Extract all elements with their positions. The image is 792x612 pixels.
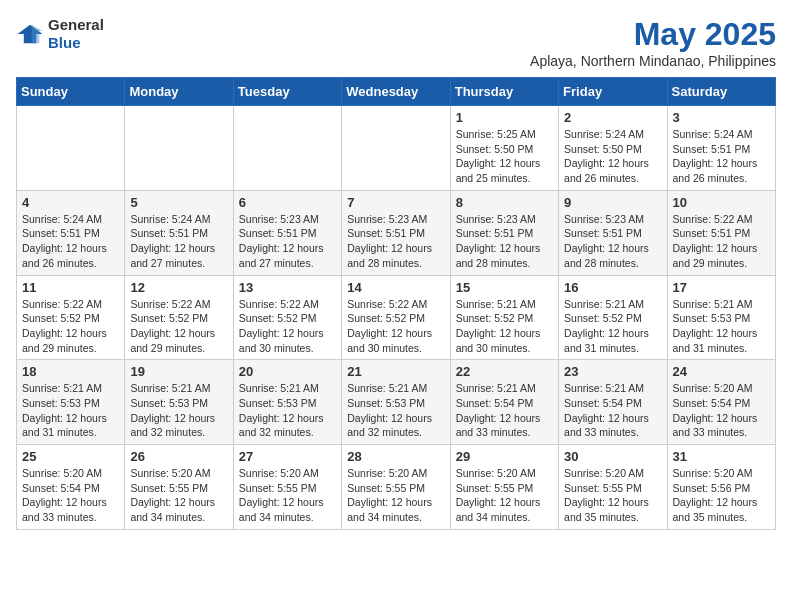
- day-number: 7: [347, 195, 444, 210]
- day-info: Sunrise: 5:22 AM Sunset: 5:52 PM Dayligh…: [347, 297, 444, 356]
- logo-icon: [16, 23, 44, 45]
- calendar-cell: 10Sunrise: 5:22 AM Sunset: 5:51 PM Dayli…: [667, 190, 775, 275]
- day-number: 20: [239, 364, 336, 379]
- day-number: 6: [239, 195, 336, 210]
- calendar-cell: 5Sunrise: 5:24 AM Sunset: 5:51 PM Daylig…: [125, 190, 233, 275]
- day-info: Sunrise: 5:20 AM Sunset: 5:54 PM Dayligh…: [22, 466, 119, 525]
- day-info: Sunrise: 5:25 AM Sunset: 5:50 PM Dayligh…: [456, 127, 553, 186]
- day-info: Sunrise: 5:20 AM Sunset: 5:56 PM Dayligh…: [673, 466, 770, 525]
- day-number: 13: [239, 280, 336, 295]
- day-info: Sunrise: 5:24 AM Sunset: 5:50 PM Dayligh…: [564, 127, 661, 186]
- day-info: Sunrise: 5:23 AM Sunset: 5:51 PM Dayligh…: [564, 212, 661, 271]
- day-number: 14: [347, 280, 444, 295]
- calendar-cell: 4Sunrise: 5:24 AM Sunset: 5:51 PM Daylig…: [17, 190, 125, 275]
- calendar-cell: 24Sunrise: 5:20 AM Sunset: 5:54 PM Dayli…: [667, 360, 775, 445]
- day-info: Sunrise: 5:21 AM Sunset: 5:52 PM Dayligh…: [456, 297, 553, 356]
- calendar-week-2: 4Sunrise: 5:24 AM Sunset: 5:51 PM Daylig…: [17, 190, 776, 275]
- calendar-week-4: 18Sunrise: 5:21 AM Sunset: 5:53 PM Dayli…: [17, 360, 776, 445]
- day-number: 11: [22, 280, 119, 295]
- day-number: 26: [130, 449, 227, 464]
- day-info: Sunrise: 5:20 AM Sunset: 5:55 PM Dayligh…: [564, 466, 661, 525]
- calendar-body: 1Sunrise: 5:25 AM Sunset: 5:50 PM Daylig…: [17, 106, 776, 530]
- weekday-header-thursday: Thursday: [450, 78, 558, 106]
- day-number: 8: [456, 195, 553, 210]
- calendar-cell: 30Sunrise: 5:20 AM Sunset: 5:55 PM Dayli…: [559, 445, 667, 530]
- calendar-cell: 17Sunrise: 5:21 AM Sunset: 5:53 PM Dayli…: [667, 275, 775, 360]
- calendar-cell: 18Sunrise: 5:21 AM Sunset: 5:53 PM Dayli…: [17, 360, 125, 445]
- calendar-week-3: 11Sunrise: 5:22 AM Sunset: 5:52 PM Dayli…: [17, 275, 776, 360]
- day-number: 21: [347, 364, 444, 379]
- calendar-cell: 13Sunrise: 5:22 AM Sunset: 5:52 PM Dayli…: [233, 275, 341, 360]
- day-number: 9: [564, 195, 661, 210]
- calendar-cell: 3Sunrise: 5:24 AM Sunset: 5:51 PM Daylig…: [667, 106, 775, 191]
- calendar-cell: 8Sunrise: 5:23 AM Sunset: 5:51 PM Daylig…: [450, 190, 558, 275]
- weekday-header-tuesday: Tuesday: [233, 78, 341, 106]
- weekday-header-wednesday: Wednesday: [342, 78, 450, 106]
- day-info: Sunrise: 5:23 AM Sunset: 5:51 PM Dayligh…: [239, 212, 336, 271]
- day-info: Sunrise: 5:20 AM Sunset: 5:55 PM Dayligh…: [347, 466, 444, 525]
- day-info: Sunrise: 5:24 AM Sunset: 5:51 PM Dayligh…: [130, 212, 227, 271]
- day-number: 24: [673, 364, 770, 379]
- day-info: Sunrise: 5:21 AM Sunset: 5:54 PM Dayligh…: [564, 381, 661, 440]
- calendar-week-5: 25Sunrise: 5:20 AM Sunset: 5:54 PM Dayli…: [17, 445, 776, 530]
- weekday-header-friday: Friday: [559, 78, 667, 106]
- day-number: 2: [564, 110, 661, 125]
- calendar-cell: 1Sunrise: 5:25 AM Sunset: 5:50 PM Daylig…: [450, 106, 558, 191]
- calendar-cell: 16Sunrise: 5:21 AM Sunset: 5:52 PM Dayli…: [559, 275, 667, 360]
- day-number: 30: [564, 449, 661, 464]
- day-number: 15: [456, 280, 553, 295]
- title-block: May 2025 Aplaya, Northern Mindanao, Phil…: [530, 16, 776, 69]
- logo-blue: Blue: [48, 34, 81, 51]
- day-number: 3: [673, 110, 770, 125]
- day-info: Sunrise: 5:21 AM Sunset: 5:52 PM Dayligh…: [564, 297, 661, 356]
- logo: General Blue: [16, 16, 104, 52]
- calendar-week-1: 1Sunrise: 5:25 AM Sunset: 5:50 PM Daylig…: [17, 106, 776, 191]
- day-info: Sunrise: 5:22 AM Sunset: 5:52 PM Dayligh…: [239, 297, 336, 356]
- calendar-cell: 11Sunrise: 5:22 AM Sunset: 5:52 PM Dayli…: [17, 275, 125, 360]
- calendar-cell: 21Sunrise: 5:21 AM Sunset: 5:53 PM Dayli…: [342, 360, 450, 445]
- day-number: 29: [456, 449, 553, 464]
- day-number: 22: [456, 364, 553, 379]
- day-number: 19: [130, 364, 227, 379]
- logo-text: General Blue: [48, 16, 104, 52]
- day-info: Sunrise: 5:21 AM Sunset: 5:53 PM Dayligh…: [130, 381, 227, 440]
- day-number: 5: [130, 195, 227, 210]
- calendar-cell: 15Sunrise: 5:21 AM Sunset: 5:52 PM Dayli…: [450, 275, 558, 360]
- calendar-table: SundayMondayTuesdayWednesdayThursdayFrid…: [16, 77, 776, 530]
- calendar-cell: 26Sunrise: 5:20 AM Sunset: 5:55 PM Dayli…: [125, 445, 233, 530]
- day-info: Sunrise: 5:21 AM Sunset: 5:54 PM Dayligh…: [456, 381, 553, 440]
- day-info: Sunrise: 5:21 AM Sunset: 5:53 PM Dayligh…: [239, 381, 336, 440]
- day-info: Sunrise: 5:20 AM Sunset: 5:54 PM Dayligh…: [673, 381, 770, 440]
- calendar-cell: [17, 106, 125, 191]
- calendar-cell: 20Sunrise: 5:21 AM Sunset: 5:53 PM Dayli…: [233, 360, 341, 445]
- day-number: 10: [673, 195, 770, 210]
- day-number: 27: [239, 449, 336, 464]
- weekday-header-monday: Monday: [125, 78, 233, 106]
- day-number: 28: [347, 449, 444, 464]
- calendar-cell: 22Sunrise: 5:21 AM Sunset: 5:54 PM Dayli…: [450, 360, 558, 445]
- day-info: Sunrise: 5:20 AM Sunset: 5:55 PM Dayligh…: [130, 466, 227, 525]
- day-info: Sunrise: 5:24 AM Sunset: 5:51 PM Dayligh…: [673, 127, 770, 186]
- day-info: Sunrise: 5:23 AM Sunset: 5:51 PM Dayligh…: [456, 212, 553, 271]
- day-number: 23: [564, 364, 661, 379]
- day-number: 17: [673, 280, 770, 295]
- calendar-cell: 31Sunrise: 5:20 AM Sunset: 5:56 PM Dayli…: [667, 445, 775, 530]
- calendar-cell: 23Sunrise: 5:21 AM Sunset: 5:54 PM Dayli…: [559, 360, 667, 445]
- day-info: Sunrise: 5:20 AM Sunset: 5:55 PM Dayligh…: [239, 466, 336, 525]
- calendar-cell: 7Sunrise: 5:23 AM Sunset: 5:51 PM Daylig…: [342, 190, 450, 275]
- day-info: Sunrise: 5:22 AM Sunset: 5:52 PM Dayligh…: [130, 297, 227, 356]
- calendar-cell: 2Sunrise: 5:24 AM Sunset: 5:50 PM Daylig…: [559, 106, 667, 191]
- calendar-cell: 25Sunrise: 5:20 AM Sunset: 5:54 PM Dayli…: [17, 445, 125, 530]
- day-info: Sunrise: 5:24 AM Sunset: 5:51 PM Dayligh…: [22, 212, 119, 271]
- calendar-cell: 12Sunrise: 5:22 AM Sunset: 5:52 PM Dayli…: [125, 275, 233, 360]
- weekday-header-row: SundayMondayTuesdayWednesdayThursdayFrid…: [17, 78, 776, 106]
- logo-general: General: [48, 16, 104, 33]
- day-info: Sunrise: 5:22 AM Sunset: 5:52 PM Dayligh…: [22, 297, 119, 356]
- calendar-cell: 27Sunrise: 5:20 AM Sunset: 5:55 PM Dayli…: [233, 445, 341, 530]
- main-title: May 2025: [530, 16, 776, 53]
- day-info: Sunrise: 5:23 AM Sunset: 5:51 PM Dayligh…: [347, 212, 444, 271]
- day-number: 25: [22, 449, 119, 464]
- calendar-cell: 29Sunrise: 5:20 AM Sunset: 5:55 PM Dayli…: [450, 445, 558, 530]
- calendar-cell: 14Sunrise: 5:22 AM Sunset: 5:52 PM Dayli…: [342, 275, 450, 360]
- day-number: 4: [22, 195, 119, 210]
